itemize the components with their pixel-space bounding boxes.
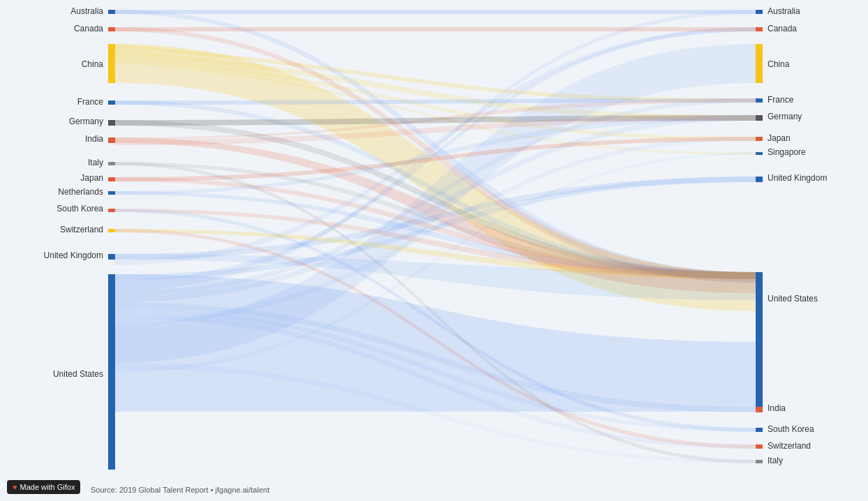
source-citation: Source: 2019 Global Talent Report • jfga… (91, 486, 269, 494)
left-bar-united-kingdom (108, 254, 115, 260)
left-bar-united-states (108, 274, 115, 470)
left-bar-japan (108, 177, 115, 181)
right-bar-united-states (756, 272, 763, 412)
label-left-united-kingdom: United Kingdom (44, 250, 103, 260)
label-right-france: France (768, 95, 794, 105)
right-bar-india (756, 407, 763, 412)
left-bar-germany (108, 120, 115, 126)
right-bar-switzerland (756, 444, 763, 449)
label-left-south-korea: South Korea (57, 204, 103, 214)
label-right-united-states: United States (768, 294, 818, 304)
right-bar-singapore (756, 152, 763, 155)
right-bar-china (756, 44, 763, 83)
left-bar-switzerland (108, 229, 115, 232)
label-left-switzerland: Switzerland (60, 225, 103, 234)
label-left-italy: Italy (88, 158, 103, 167)
left-bar-canada (108, 27, 115, 31)
right-bar-united-kingdom (756, 177, 763, 182)
sankey-chart: Australia Canada China France Germany In… (0, 0, 868, 501)
label-left-france: France (77, 97, 104, 107)
label-left-india: India (85, 134, 103, 144)
right-bar-france (756, 98, 763, 103)
label-right-singapore: Singapore (768, 147, 806, 157)
right-bar-italy (756, 460, 763, 463)
right-bar-australia (756, 10, 763, 14)
right-bar-canada (756, 27, 763, 31)
left-bar-india (108, 137, 115, 143)
label-left-china: China (82, 59, 104, 69)
label-left-japan: Japan (80, 173, 103, 183)
left-bar-netherlands (108, 191, 115, 195)
watermark-badge: ♥ Made with Gifox (7, 480, 80, 494)
label-right-italy: Italy (768, 456, 783, 465)
label-left-australia: Australia (70, 6, 103, 16)
label-right-japan: Japan (768, 133, 791, 143)
label-right-united-kingdom: United Kingdom (768, 173, 827, 183)
label-left-netherlands: Netherlands (58, 187, 103, 197)
left-bar-italy (108, 162, 115, 165)
label-right-switzerland: Switzerland (768, 441, 811, 451)
label-left-canada: Canada (74, 24, 103, 33)
label-right-india: India (768, 403, 786, 413)
left-bar-china (108, 44, 115, 83)
watermark-icon: ♥ (13, 483, 17, 491)
label-right-germany: Germany (768, 112, 802, 121)
right-bar-germany (756, 115, 763, 121)
label-right-china: China (768, 59, 790, 69)
label-left-germany: Germany (69, 117, 103, 126)
watermark-text: Made with Gifox (20, 483, 75, 491)
left-bar-south-korea (108, 209, 115, 212)
label-right-canada: Canada (768, 24, 797, 33)
source-text: Source: 2019 Global Talent Report • jfga… (91, 486, 269, 494)
right-bar-south-korea (756, 428, 763, 432)
label-right-australia: Australia (768, 6, 800, 16)
label-right-south-korea: South Korea (768, 424, 814, 434)
chart-container: Australia Canada China France Germany In… (0, 0, 868, 501)
right-bar-japan (756, 137, 763, 141)
left-bar-australia (108, 10, 115, 14)
left-bar-france (108, 100, 115, 105)
label-left-united-states: United States (53, 369, 103, 379)
